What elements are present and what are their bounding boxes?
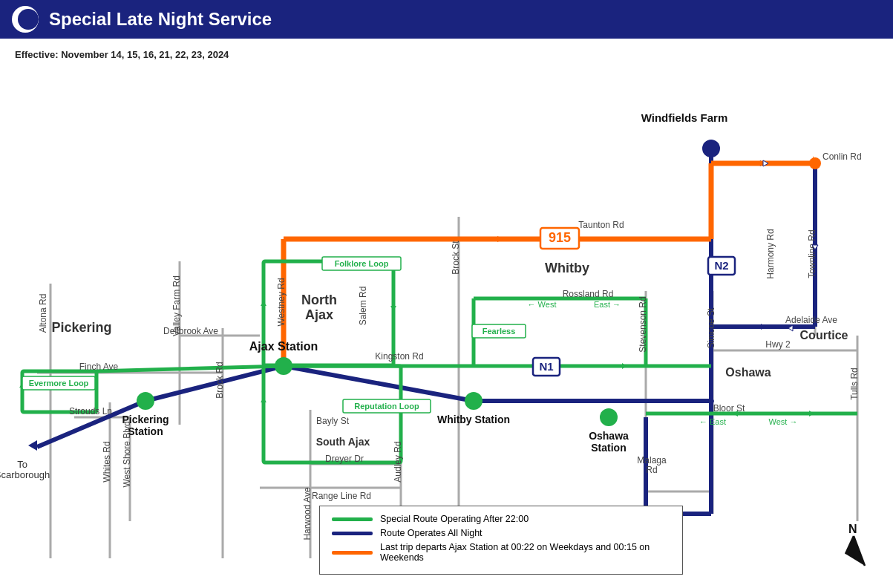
bayly-label: Bayly St — [316, 416, 350, 426]
west-arrow: ← West — [528, 300, 557, 309]
legend-orange-text: Last trip departs Ajax Station at 00:22 … — [380, 542, 670, 563]
svg-text:N: N — [848, 523, 857, 535]
svg-point-68 — [702, 140, 720, 157]
svg-marker-65 — [809, 411, 814, 416]
route-n2-label: N2 — [714, 259, 728, 272]
svg-rect-53 — [264, 366, 401, 463]
scarborough-label2: Scarborough — [0, 469, 50, 480]
malaga-label2: Rd — [646, 465, 657, 475]
legend-item-green: Special Route Operating After 22:00 — [332, 514, 670, 524]
westney-label: Westney Rd — [276, 278, 287, 326]
courtice-label: Courtice — [800, 329, 848, 342]
tulls-label: Tulls Rd — [849, 368, 860, 400]
oshawa-label: Oshawa — [725, 366, 771, 379]
svg-point-62 — [465, 392, 483, 410]
kingston-label: Kingston Rd — [375, 351, 423, 362]
stevenson-label: Stevenson Rd — [638, 296, 648, 352]
svg-point-66 — [600, 408, 618, 426]
whitby-label: Whitby — [545, 261, 589, 275]
route-915-label: 915 — [549, 230, 571, 245]
fearless-label: Fearless — [483, 327, 516, 336]
legend-orange-line — [332, 551, 373, 555]
svg-marker-52 — [390, 306, 396, 310]
strouds-label: Strouds Ln — [69, 406, 112, 416]
west-arrow-bloor: West → — [769, 417, 798, 426]
svg-marker-59 — [622, 363, 627, 369]
svg-marker-54 — [261, 398, 266, 402]
north-ajax-label: North — [301, 293, 337, 307]
oshawa-station-label: Oshawa — [589, 430, 629, 442]
simcoe-label: Simcoe St — [706, 307, 716, 348]
rangeline-label: Range Line Rd — [312, 491, 371, 501]
rossland-label: Rossland Rd — [563, 289, 614, 299]
ajax-station-label: Ajax Station — [249, 340, 318, 353]
evermore-loop-label: Evermore Loop — [29, 379, 89, 388]
south-ajax-label: South Ajax — [316, 436, 370, 448]
svg-point-67 — [137, 392, 154, 410]
folklore-loop-label: Folklore Loop — [335, 259, 389, 268]
altona-label: Altona Rd — [38, 294, 48, 333]
svg-point-69 — [809, 157, 821, 169]
legend-blue-text: Route Operates All Night — [380, 528, 483, 538]
legend-item-orange: Last trip departs Ajax Station at 00:22 … — [332, 542, 670, 563]
malaga-label: Malaga — [637, 455, 667, 466]
svg-line-48 — [97, 366, 284, 371]
svg-marker-83 — [845, 536, 865, 566]
north-arrow: N — [835, 523, 872, 567]
adelaide-label: Adelaide Ave — [785, 315, 837, 325]
north-ajax-label2: Ajax — [305, 307, 333, 322]
map-area: Effective: November 14, 15, 16, 21, 22, … — [0, 39, 893, 588]
svg-point-55 — [275, 357, 292, 375]
oshawa-station-label2: Station — [591, 442, 626, 454]
legend-item-blue: Route Operates All Night — [332, 528, 670, 538]
svg-marker-23 — [28, 440, 37, 451]
svg-marker-51 — [261, 301, 266, 306]
legend-green-line — [332, 517, 373, 521]
pickering-label: Pickering — [51, 320, 111, 335]
legend: Special Route Operating After 22:00 Rout… — [319, 506, 683, 575]
brock-rd-label: Brock Rd — [215, 362, 225, 398]
page-title: Special Late Night Service — [49, 9, 272, 30]
audley-label: Audley Rd — [393, 441, 403, 482]
brock-st-label: Brock St — [451, 241, 461, 275]
east-arrow-bloor: ← East — [699, 417, 726, 426]
conlin-label: Conlin Rd — [822, 151, 862, 162]
valley-farm-label: Valley Farm Rd — [171, 275, 182, 336]
moon-icon — [12, 6, 39, 33]
pickering-station-label2: Station — [128, 425, 163, 437]
legend-blue-line — [332, 532, 373, 535]
svg-line-25 — [284, 366, 474, 401]
townline-label: Townline Rd — [807, 229, 817, 278]
windfields-label: Windfields Farm — [641, 111, 728, 124]
bloor-label: Bloor St — [713, 403, 745, 414]
finch-label: Finch Ave — [79, 362, 119, 372]
harwood-label: Harwood Ave — [302, 487, 313, 540]
salem-label: Salem Rd — [358, 287, 368, 326]
whitby-station-label: Whitby Station — [437, 414, 510, 425]
harmony-label: Harmony Rd — [765, 229, 776, 278]
scarborough-label: To — [17, 459, 27, 470]
reputation-loop-label: Reputation Loop — [354, 402, 419, 411]
route-n1-label: N1 — [539, 360, 553, 373]
hwy2-label: Hwy 2 — [765, 339, 791, 350]
east-arrow: East → — [594, 300, 621, 309]
whites-label: Whites Rd — [102, 441, 112, 482]
header-bar: Special Late Night Service — [0, 0, 893, 39]
dreyer-label: Dreyer Dr — [325, 454, 364, 464]
taunton-label: Taunton Rd — [578, 220, 624, 230]
legend-green-text: Special Route Operating After 22:00 — [380, 514, 529, 524]
west-shore-label: West Shore Blvd — [122, 421, 132, 487]
